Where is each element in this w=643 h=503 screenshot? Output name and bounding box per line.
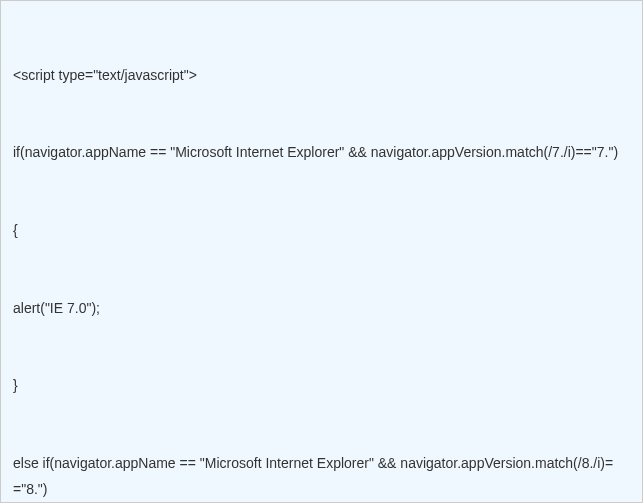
- code-line: }: [13, 373, 630, 399]
- code-line: alert("IE 7.0");: [13, 296, 630, 322]
- code-line: {: [13, 218, 630, 244]
- code-line: if(navigator.appName == "Microsoft Inter…: [13, 140, 630, 166]
- code-line: else if(navigator.appName == "Microsoft …: [13, 451, 630, 503]
- code-snippet: <script type="text/javascript"> if(navig…: [13, 11, 630, 503]
- code-line: <script type="text/javascript">: [13, 63, 630, 89]
